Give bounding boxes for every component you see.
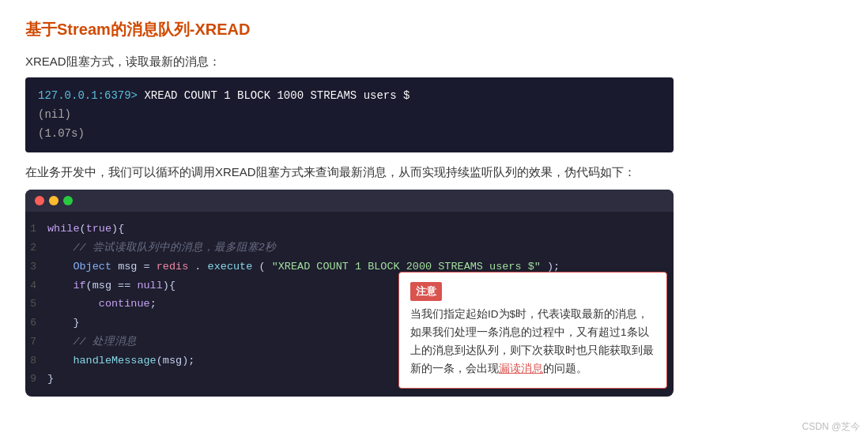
tooltip-label: 注意 xyxy=(410,282,442,301)
section1-text: XREAD阻塞方式，读取最新的消息： xyxy=(25,55,843,70)
section2-text: 在业务开发中，我们可以循环的调用XREAD阻塞方式来查询最新消息，从而实现持续监… xyxy=(25,165,843,180)
terminal-block: 127.0.0.1:6379> XREAD COUNT 1 BLOCK 1000… xyxy=(25,77,674,152)
terminal-line1: 127.0.0.1:6379> XREAD COUNT 1 BLOCK 1000… xyxy=(38,87,661,106)
code-line: 1 while(true){ xyxy=(25,220,674,239)
page-title: 基于Stream的消息队列-XREAD xyxy=(25,19,843,40)
dot-green xyxy=(63,196,73,205)
page-container: 基于Stream的消息队列-XREAD XREAD阻塞方式，读取最新的消息： 1… xyxy=(25,19,843,397)
code-titlebar xyxy=(25,190,674,212)
tooltip-text: 当我们指定起始ID为$时，代表读取最新的消息，如果我们处理一条消息的过程中，又有… xyxy=(410,306,655,378)
dot-red xyxy=(35,196,44,205)
terminal-prompt: 127.0.0.1:6379> xyxy=(38,89,144,102)
dot-yellow xyxy=(49,196,58,205)
terminal-line2: (nil) xyxy=(38,106,661,125)
watermark: CSDN @芝今 xyxy=(802,420,860,434)
code-plus-tooltip: 1 while(true){ 2 // 尝试读取队列中的消息，最多阻塞2秒 3 … xyxy=(25,190,674,397)
tooltip-underline: 漏读消息 xyxy=(499,363,543,374)
terminal-line3: (1.07s) xyxy=(38,125,661,144)
tooltip-box: 注意 当我们指定起始ID为$时，代表读取最新的消息，如果我们处理一条消息的过程中… xyxy=(398,272,667,389)
terminal-command: XREAD COUNT 1 BLOCK 1000 STREAMS users $ xyxy=(144,89,409,102)
code-line: 2 // 尝试读取队列中的消息，最多阻塞2秒 xyxy=(25,239,674,258)
